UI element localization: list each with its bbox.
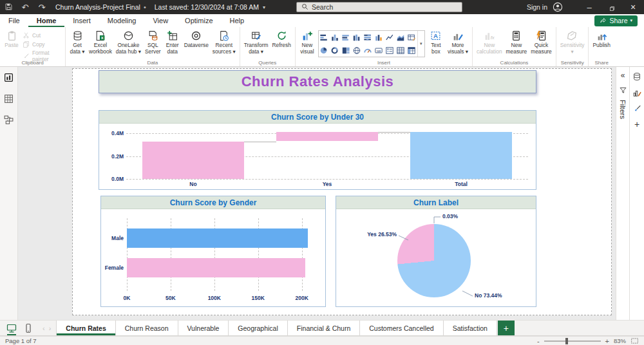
share-button[interactable]: Share▾ xyxy=(594,15,638,26)
page-tab-geographical[interactable]: Geographical xyxy=(229,321,287,335)
search-input[interactable]: Search xyxy=(296,2,462,12)
svg-text:X: X xyxy=(101,36,104,40)
tab-home[interactable]: Home xyxy=(28,14,65,27)
expand-pane-icon[interactable]: « xyxy=(621,71,625,80)
page-indicator: Page 1 of 7 xyxy=(0,337,37,344)
new-visual-button[interactable]: New visual xyxy=(298,28,317,57)
new-measure-button[interactable]: New measure xyxy=(504,28,529,57)
waterfall-bar-yes[interactable] xyxy=(276,132,378,141)
prev-page-arrow-icon[interactable]: ‹ xyxy=(43,324,45,332)
page-tab-vulnerable[interactable]: Vulnerable xyxy=(178,321,229,335)
sql-server-button[interactable]: SQL Server xyxy=(143,28,163,57)
tab-optimize[interactable]: Optimize xyxy=(176,14,221,27)
web-layout-icon[interactable] xyxy=(6,323,17,333)
enter-data-button[interactable]: Enter data xyxy=(163,28,182,57)
excel-workbook-button[interactable]: X Excel workbook xyxy=(87,28,114,57)
next-page-arrow-icon[interactable]: › xyxy=(49,324,52,332)
donut-chart-icon[interactable] xyxy=(330,44,341,57)
sign-in-link[interactable]: Sign in xyxy=(527,3,547,11)
pie-chart-churn-label[interactable]: Churn Label 0.03%Yes 26.53%No 73.44% xyxy=(336,196,536,307)
data-pane-icon[interactable] xyxy=(632,72,641,81)
filters-pane-label[interactable]: Filters xyxy=(619,100,627,119)
zoom-slider-thumb[interactable] xyxy=(565,338,568,344)
model-view-icon[interactable] xyxy=(3,115,14,126)
title-dropdown-caret-icon[interactable]: ▾ xyxy=(263,5,265,10)
matrix-icon[interactable] xyxy=(406,44,417,57)
avatar-icon[interactable] xyxy=(553,2,563,12)
build-visual-pane-icon[interactable] xyxy=(632,88,641,97)
card-icon[interactable]: 123 xyxy=(374,44,384,57)
page-tab-churn-reason[interactable]: Churn Reason xyxy=(116,321,178,335)
titlebar: ↶ ↷ Churn Analysis-Project Final • Last … xyxy=(0,0,644,14)
ribbon-chart-icon[interactable] xyxy=(406,31,417,44)
page-title-visual[interactable]: Churn Rates Analysis xyxy=(99,70,536,93)
brush-icon xyxy=(23,53,30,60)
add-pane-icon[interactable]: + xyxy=(634,120,639,128)
report-page[interactable]: Churn Rates Analysis Churn Score by Unde… xyxy=(72,68,612,315)
treemap-icon[interactable] xyxy=(341,44,352,57)
map-icon[interactable] xyxy=(352,44,363,57)
transform-data-button[interactable]: Transform data ▾ xyxy=(242,28,270,57)
minimize-button[interactable]: – xyxy=(578,0,600,14)
gauge-icon[interactable] xyxy=(363,44,374,57)
stacked-column-chart-icon[interactable] xyxy=(330,31,341,44)
tab-view[interactable]: View xyxy=(144,14,176,27)
zoom-out-button[interactable]: - xyxy=(537,337,540,345)
tab-help[interactable]: Help xyxy=(222,14,253,27)
table-view-icon[interactable] xyxy=(3,93,14,104)
clustered-column-chart-icon[interactable] xyxy=(352,31,363,44)
pie-chart-icon[interactable] xyxy=(319,44,330,57)
restore-button[interactable] xyxy=(600,0,622,14)
dataverse-button[interactable]: Dataverse xyxy=(182,28,211,50)
page-tab-satisfaction[interactable]: Satisfaction xyxy=(444,321,497,335)
zoom-in-button[interactable]: + xyxy=(605,337,609,345)
onelake-data-hub-button[interactable]: OneLake data hub ▾ xyxy=(114,28,143,57)
more-visuals-button[interactable]: More visuals ▾ xyxy=(446,28,470,57)
text-box-button[interactable]: A Text box xyxy=(426,28,446,57)
new-calculation-button[interactable]: fx New calculation xyxy=(475,28,504,57)
page-tab-churn-rates[interactable]: Churn Rates xyxy=(56,321,115,335)
save-icon[interactable] xyxy=(0,0,17,14)
stacked-bar-chart-icon[interactable] xyxy=(319,31,330,44)
recent-sources-button[interactable]: Recent sources ▾ xyxy=(211,28,238,57)
slicer-icon[interactable] xyxy=(384,44,395,57)
tab-file[interactable]: File xyxy=(0,14,28,27)
copy-button[interactable]: Copy xyxy=(21,40,63,48)
cut-button[interactable]: Cut xyxy=(21,31,63,39)
refresh-button[interactable]: Refresh xyxy=(270,28,293,50)
svg-text:123: 123 xyxy=(377,49,381,52)
waterfall-chart-churn-score-by-under-30[interactable]: Churn Score by Under 30 0.0M0.2M0.4MNoYe… xyxy=(99,110,536,190)
mobile-layout-icon[interactable] xyxy=(23,323,33,333)
format-pane-icon[interactable] xyxy=(632,104,641,113)
table-icon[interactable] xyxy=(395,44,406,57)
waterfall-bar-total[interactable] xyxy=(410,132,512,179)
publish-button[interactable]: Publish xyxy=(591,28,612,50)
page-tab-financial-churn[interactable]: Financial & Churn xyxy=(288,321,360,335)
bar-female[interactable] xyxy=(127,258,305,277)
report-view-icon[interactable] xyxy=(3,72,14,83)
line-chart-icon[interactable] xyxy=(384,31,395,44)
zoom-slider[interactable] xyxy=(544,340,601,342)
waterfall-bar-no[interactable] xyxy=(142,142,244,180)
close-button[interactable]: × xyxy=(622,0,644,14)
undo-icon[interactable]: ↶ xyxy=(17,0,33,14)
redo-icon[interactable]: ↷ xyxy=(33,0,50,14)
paste-button[interactable]: Paste xyxy=(2,28,21,50)
clustered-bar-chart-icon[interactable] xyxy=(341,31,352,44)
clipboard-group: Paste Cut Copy Format painter Clipboard xyxy=(0,27,66,66)
get-data-button[interactable]: Get data ▾ xyxy=(68,28,87,57)
bar-chart-churn-score-by-gender[interactable]: Churn Score by Gender 0K50K100K150K200KM… xyxy=(100,196,326,307)
area-chart-icon[interactable] xyxy=(395,31,406,44)
page-tab-customers-cancelled[interactable]: Customers Cancelled xyxy=(360,321,443,335)
100-stacked-bar-chart-icon[interactable] xyxy=(363,31,374,44)
gallery-more-arrow-icon[interactable]: ▾ xyxy=(417,31,424,57)
100-stacked-column-chart-icon[interactable] xyxy=(374,31,384,44)
new-page-button[interactable]: + xyxy=(498,321,515,335)
tab-insert[interactable]: Insert xyxy=(64,14,99,27)
quick-measure-button[interactable]: Quick measure xyxy=(529,28,554,57)
filter-funnel-icon[interactable] xyxy=(619,86,627,95)
fit-to-page-icon[interactable] xyxy=(630,337,639,345)
tab-modeling[interactable]: Modeling xyxy=(99,14,145,27)
bar-male[interactable] xyxy=(127,228,308,248)
sensitivity-button[interactable]: Sensitivity ▾ xyxy=(558,28,587,57)
